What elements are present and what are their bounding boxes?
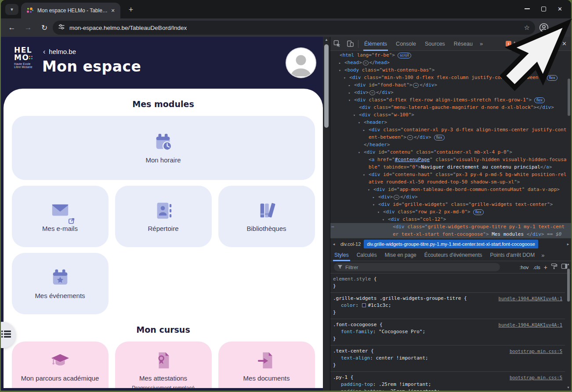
css-property[interactable]: padding-top: .25rem !important; bbox=[333, 381, 565, 388]
dom-line[interactable]: er text-xl-start font-cocogoose"> Mes mo… bbox=[330, 230, 571, 238]
toggle-cls[interactable]: .cls bbox=[533, 265, 540, 270]
dom-line[interactable]: ▾<div id="contenu-haut" class="px-3 py-4… bbox=[330, 171, 571, 178]
styles-filter[interactable] bbox=[334, 263, 500, 271]
rule-selector[interactable]: .font-cocogoose bbox=[333, 322, 377, 327]
css-property[interactable]: padding-bottom: .25rem !important; bbox=[333, 388, 565, 391]
dom-line[interactable]: ▾<div class="min-vh-100 d-flex flex-colu… bbox=[330, 74, 571, 81]
styles-more-tabs-icon[interactable]: » bbox=[539, 252, 547, 259]
expand-arrow-icon[interactable]: ▸ bbox=[348, 89, 354, 97]
breadcrumb-item[interactable]: div.col-12 bbox=[337, 240, 364, 248]
dom-line[interactable]: <a href="#contenuPage" class="visually-h… bbox=[330, 156, 571, 163]
color-swatch[interactable] bbox=[362, 303, 366, 307]
site-settings-icon[interactable] bbox=[58, 23, 65, 32]
profile-icon[interactable] bbox=[539, 22, 549, 33]
dom-scrollbar-thumb[interactable] bbox=[568, 79, 570, 116]
expand-arrow-icon[interactable]: ▾ bbox=[353, 111, 359, 119]
devtools-tab-reseau[interactable]: Réseau bbox=[449, 37, 477, 51]
dom-line[interactable]: ▾<div class="col-12"> bbox=[330, 216, 571, 223]
expand-arrow-icon[interactable]: ▾ bbox=[382, 216, 388, 223]
dom-line[interactable]: ▸<div class="container-xl py-3 d-flex al… bbox=[330, 126, 571, 133]
rule-selector[interactable]: .py-1 bbox=[333, 374, 348, 380]
paint-format-icon[interactable] bbox=[551, 263, 558, 271]
rule-selector[interactable]: .grille-widgets .grille-widgets-groupe-t… bbox=[333, 295, 461, 301]
dom-line[interactable]: ▸<div id="fond-haut">⋯</div> bbox=[330, 81, 571, 89]
card-mon-horaire[interactable]: Mon horaire bbox=[12, 116, 315, 180]
card-mes-emails[interactable]: Mes e-mails bbox=[12, 186, 109, 247]
dom-line[interactable]: ▸<div>⋯</div> bbox=[330, 193, 571, 201]
expand-arrow-icon[interactable]: ▾ bbox=[377, 209, 383, 216]
url-bar[interactable]: mon-espace.helmo.be/TableauDeBord/Index … bbox=[53, 21, 535, 35]
expand-arrow-icon[interactable]: ▾ bbox=[339, 67, 344, 74]
dom-line[interactable]: ⋯<div class="grille-widgets-groupe-titre… bbox=[330, 223, 571, 230]
dom-line[interactable]: <div class="menu-lateral-gauche-magnifie… bbox=[330, 104, 571, 111]
dom-line[interactable]: ▾<div class="w-100"> bbox=[330, 111, 571, 119]
card-mes-documents[interactable]: Mes documents bbox=[218, 342, 315, 388]
styles-tab-calcules[interactable]: Calculés bbox=[353, 249, 381, 261]
styles-tab-points-arret-dom[interactable]: Points d'arrêt DOM bbox=[486, 249, 539, 261]
stylesheet-link[interactable]: bundle-1904…KQAKIuv4A:1 bbox=[499, 321, 562, 328]
stylesheet-link[interactable]: bootstrap.min.css:5 bbox=[510, 374, 562, 381]
browser-tab[interactable]: Mon espace HELMo - Tableau d ✕ bbox=[21, 3, 120, 18]
dom-line[interactable]: ▾<div class="row px-2 px-md-0">flex bbox=[330, 208, 571, 216]
expand-arrow-icon[interactable]: ▾ bbox=[358, 149, 364, 156]
styles-scrollbar-thumb[interactable] bbox=[567, 269, 570, 302]
dom-line[interactable]: ▾<div id="app-mon-tableau-de-bord-commun… bbox=[330, 186, 571, 193]
page-scrollbar-thumb[interactable] bbox=[324, 44, 329, 128]
rule-selector[interactable]: element.style bbox=[333, 276, 371, 282]
breadcrumb-right-icon[interactable]: ▸ bbox=[565, 238, 571, 249]
card-repertoire[interactable]: Répertoire bbox=[115, 186, 212, 247]
expand-arrow-icon[interactable]: ▾ bbox=[358, 119, 364, 126]
helmo-be-link[interactable]: ‹helmo.be bbox=[43, 48, 76, 56]
expand-arrow-icon[interactable]: ▸ bbox=[339, 59, 344, 67]
maximize-button[interactable] bbox=[541, 7, 546, 11]
devtools-tab-sources[interactable]: Sources bbox=[420, 37, 449, 51]
css-property[interactable]: text-align: center !important; bbox=[333, 355, 565, 362]
more-tabs-icon[interactable]: » bbox=[477, 40, 485, 47]
styles-tab-ecouteurs-evenements[interactable]: Écouteurs d'événements bbox=[420, 249, 486, 261]
devtools-tab-console[interactable]: Console bbox=[391, 37, 420, 51]
scroll-up-icon[interactable]: ▲ bbox=[323, 38, 330, 42]
stylesheet-link[interactable]: bundle-1904…KQAKIuv4A:1 bbox=[499, 295, 562, 302]
dom-line[interactable]: ▾<div id="contenu" class="container-xl m… bbox=[330, 148, 571, 156]
styles-tab-mise-en-page[interactable]: Mise en page bbox=[381, 249, 420, 261]
dom-line[interactable]: ble" tabindex="0">Naviguer directement a… bbox=[330, 163, 571, 171]
devtools-tab-elements[interactable]: Éléments bbox=[360, 37, 391, 51]
rule-selector[interactable]: .text-center bbox=[333, 348, 368, 354]
styles-filter-input[interactable] bbox=[345, 265, 477, 270]
bookmark-star-icon[interactable]: ☆ bbox=[524, 24, 530, 32]
dom-line[interactable]: ▸<div>⋯</div> bbox=[330, 89, 571, 96]
flex-badge[interactable]: flex bbox=[534, 97, 545, 103]
scroll-badge[interactable]: scroll bbox=[398, 53, 411, 58]
device-toolbar-icon[interactable] bbox=[344, 37, 357, 51]
browser-menu-icon[interactable]: ⋮ bbox=[556, 23, 563, 31]
user-avatar[interactable] bbox=[286, 48, 315, 77]
flex-badge[interactable]: flex bbox=[473, 209, 484, 215]
dom-attr-link[interactable]: #contenuPage bbox=[395, 157, 430, 162]
dom-line[interactable]: <html lang="fr-be">scroll bbox=[330, 51, 571, 59]
expand-arrow-icon[interactable]: ▸ bbox=[348, 82, 354, 89]
expand-arrow-icon[interactable]: ▾ bbox=[344, 74, 349, 82]
dom-line[interactable]: ▾<div class="d-flex flex-row align-items… bbox=[330, 96, 571, 104]
card-mon-parcours-academique[interactable]: Mon parcours académique bbox=[12, 342, 109, 388]
tab-search-button[interactable]: ▾ bbox=[5, 4, 18, 15]
inspect-element-icon[interactable] bbox=[330, 37, 344, 51]
stylesheet-link[interactable]: bootstrap.min.css:5 bbox=[510, 348, 562, 355]
expand-arrow-icon[interactable]: ▾ bbox=[373, 201, 378, 209]
breadcrumb-left-icon[interactable]: ◂ bbox=[330, 242, 337, 246]
breadcrumb-item[interactable]: div.grille-widgets-groupe-titre.py-1.my-… bbox=[364, 240, 538, 248]
minimize-button[interactable] bbox=[525, 8, 530, 9]
devtools-menu-icon[interactable]: ⋮ bbox=[551, 40, 558, 47]
card-mes-evenements[interactable]: Mes événements bbox=[12, 253, 109, 314]
flex-badge[interactable]: flex bbox=[434, 135, 445, 140]
dom-line[interactable]: </header> bbox=[330, 141, 571, 148]
flex-badge[interactable]: flex bbox=[547, 75, 558, 81]
back-button[interactable]: ← bbox=[4, 18, 19, 37]
css-property[interactable]: color: #1c1c3c; bbox=[333, 302, 565, 309]
toggle-hov[interactable]: :hov bbox=[520, 265, 529, 270]
dom-line[interactable]: ▾<header> bbox=[330, 119, 571, 126]
new-style-rule-button[interactable]: + bbox=[544, 264, 547, 271]
expand-arrow-icon[interactable]: ▾ bbox=[368, 186, 373, 194]
url-text[interactable]: mon-espace.helmo.be/TableauDeBord/Index bbox=[69, 25, 524, 31]
dom-line[interactable]: ▾<div id="grille-widgets" class="grille-… bbox=[330, 201, 571, 208]
window-close-button[interactable]: ✕ bbox=[558, 6, 562, 12]
